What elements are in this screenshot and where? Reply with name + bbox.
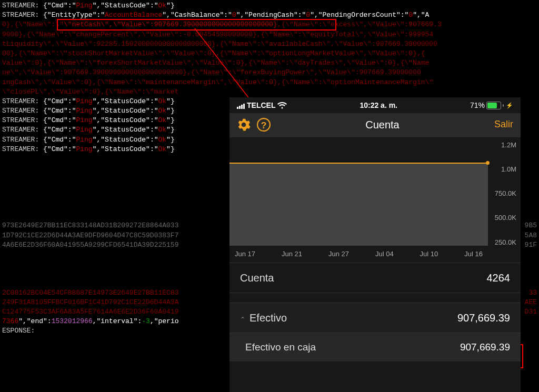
phone-screenshot: TELCEL 10:22 a. m. 71% ⚡ ? Cuenta Salir (229, 97, 521, 392)
account-row[interactable]: Cuenta 4264 (229, 263, 521, 293)
signal-bars-icon (237, 103, 245, 109)
svg-text:?: ? (261, 119, 267, 130)
carrier-label: TELCEL (247, 100, 275, 111)
help-icon[interactable]: ? (257, 118, 271, 132)
balance-chart[interactable]: 1.2M 1.0M 750.0K 500.0K 250.0K Jun 17 Ju… (229, 137, 521, 263)
clock-label: 10:22 a. m. (360, 100, 397, 111)
statusbar: TELCEL 10:22 a. m. 71% ⚡ (229, 97, 521, 113)
chart-y-labels: 1.2M 1.0M 750.0K 500.0K 250.0K (488, 142, 518, 246)
exit-button[interactable]: Salir (494, 118, 513, 131)
cash-in-box-row[interactable]: Efectivo en caja 907,669.39 (229, 333, 521, 362)
collapse-icon: ⌃ (240, 315, 246, 324)
chart-x-labels: Jun 17 Jun 21 Jun 27 Jul 04 Jul 10 Jul 1… (229, 249, 488, 259)
chart-area-fill (229, 163, 488, 246)
chart-line (229, 163, 488, 164)
battery-indicator: 71% ⚡ (470, 100, 513, 111)
gear-icon[interactable] (237, 118, 251, 132)
navbar: ? Cuenta Salir (229, 113, 521, 137)
page-title: Cuenta (365, 117, 400, 132)
wifi-icon (277, 102, 287, 109)
cash-row[interactable]: ⌃Efectivo 907,669.39 (229, 303, 521, 333)
